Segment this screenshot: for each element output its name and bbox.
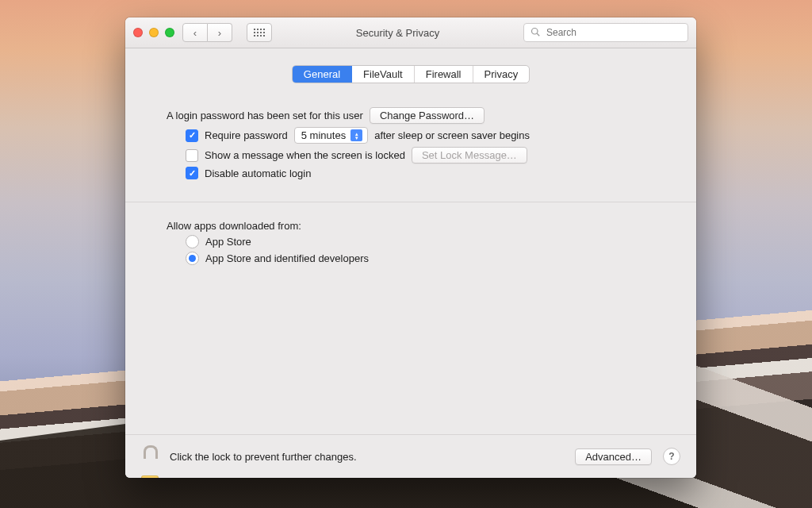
lock-shackle-icon bbox=[144, 445, 158, 459]
search-field[interactable] bbox=[523, 23, 688, 42]
tab-firewall[interactable]: Firewall bbox=[415, 66, 473, 83]
show-message-checkbox[interactable] bbox=[186, 149, 198, 162]
disable-autologin-label: Disable automatic login bbox=[205, 167, 311, 179]
zoom-button[interactable] bbox=[165, 28, 174, 37]
require-password-row: Require password 5 minutes ▴▾ after slee… bbox=[167, 127, 655, 144]
gatekeeper-heading-row: Allow apps downloaded from: bbox=[167, 220, 655, 232]
radio-identified-developers[interactable] bbox=[186, 252, 199, 265]
tabs-group: General FileVault Firewall Privacy bbox=[292, 65, 530, 83]
tab-general[interactable]: General bbox=[293, 66, 352, 83]
search-icon bbox=[530, 27, 540, 39]
gatekeeper-heading: Allow apps downloaded from: bbox=[167, 220, 301, 232]
lock-hint-text: Click the lock to prevent further change… bbox=[170, 451, 357, 463]
chevron-left-icon: ‹ bbox=[193, 27, 197, 39]
disable-autologin-row: Disable automatic login bbox=[167, 167, 655, 179]
require-password-label-before: Require password bbox=[205, 129, 288, 141]
window-footer: Click the lock to prevent further change… bbox=[125, 434, 696, 478]
show-all-button[interactable] bbox=[247, 23, 272, 42]
disable-autologin-checkbox[interactable] bbox=[186, 167, 198, 179]
help-button[interactable]: ? bbox=[663, 448, 680, 465]
tab-filevault[interactable]: FileVault bbox=[352, 66, 415, 83]
gatekeeper-option-identified: App Store and identified developers bbox=[167, 252, 655, 265]
login-password-heading: A login password has been set for this u… bbox=[167, 110, 363, 121]
show-message-row: Show a message when the screen is locked… bbox=[167, 147, 655, 164]
set-lock-message-button[interactable]: Set Lock Message… bbox=[412, 147, 527, 164]
show-message-label: Show a message when the screen is locked bbox=[205, 149, 405, 161]
require-password-checkbox[interactable] bbox=[186, 129, 198, 142]
svg-line-1 bbox=[537, 33, 539, 36]
window-controls bbox=[133, 28, 174, 37]
general-pane: A login password has been set for this u… bbox=[125, 83, 696, 265]
system-preferences-window: ‹ › Security & Privacy Ge bbox=[125, 17, 696, 478]
svg-point-0 bbox=[532, 28, 538, 34]
tab-bar: General FileVault Firewall Privacy bbox=[125, 65, 696, 83]
gatekeeper-option-appstore: App Store bbox=[167, 235, 655, 248]
updown-icon: ▴▾ bbox=[350, 129, 362, 141]
desktop-wallpaper: ‹ › Security & Privacy Ge bbox=[0, 0, 812, 508]
lock-button[interactable] bbox=[141, 445, 159, 468]
advanced-button[interactable]: Advanced… bbox=[575, 448, 652, 465]
radio-identified-developers-label: App Store and identified developers bbox=[205, 252, 369, 264]
radio-app-store[interactable] bbox=[186, 235, 199, 248]
require-password-label-after: after sleep or screen saver begins bbox=[374, 129, 530, 141]
tab-privacy[interactable]: Privacy bbox=[473, 66, 530, 83]
nav-back-forward: ‹ › bbox=[182, 23, 232, 42]
back-button[interactable]: ‹ bbox=[182, 23, 208, 42]
window-body: General FileVault Firewall Privacy A log… bbox=[125, 48, 696, 478]
login-password-row: A login password has been set for this u… bbox=[167, 107, 655, 124]
change-password-button[interactable]: Change Password… bbox=[370, 107, 485, 124]
divider bbox=[125, 202, 696, 202]
require-password-delay-select[interactable]: 5 minutes ▴▾ bbox=[294, 127, 368, 144]
chevron-right-icon: › bbox=[218, 27, 221, 39]
window-title: Security & Privacy bbox=[280, 27, 515, 39]
forward-button[interactable]: › bbox=[208, 23, 232, 42]
search-input[interactable] bbox=[545, 26, 681, 39]
lock-body-icon bbox=[141, 475, 159, 478]
minimize-button[interactable] bbox=[149, 28, 159, 37]
require-password-delay-value: 5 minutes bbox=[301, 129, 346, 141]
grid-icon bbox=[254, 29, 265, 37]
close-button[interactable] bbox=[133, 28, 143, 37]
radio-app-store-label: App Store bbox=[205, 236, 251, 248]
window-titlebar: ‹ › Security & Privacy bbox=[125, 17, 696, 48]
